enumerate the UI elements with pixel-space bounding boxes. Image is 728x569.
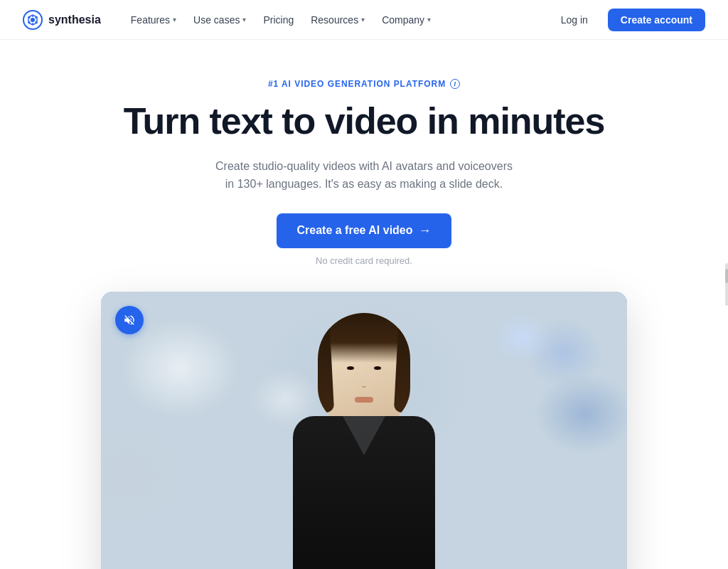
nav-resources[interactable]: Resources ▾: [304, 10, 372, 30]
create-account-button[interactable]: Create account: [608, 9, 705, 31]
scroll-indicator[interactable]: [725, 263, 728, 306]
video-thumbnail[interactable]: [101, 292, 627, 569]
nav-pricing[interactable]: Pricing: [256, 10, 301, 30]
avatar-eye-right: [374, 366, 381, 370]
avatar-eyes: [347, 366, 381, 370]
scroll-thumb: [725, 269, 728, 283]
cta-container: Create a free AI video → No credit card …: [0, 213, 728, 266]
navbar-right: Log in Create account: [550, 9, 705, 31]
resources-chevron-icon: ▾: [361, 16, 365, 23]
avatar-eye-left: [347, 366, 354, 370]
company-chevron-icon: ▾: [427, 16, 431, 23]
hero-section: #1 AI VIDEO GENERATION PLATFORM i Turn t…: [0, 40, 728, 280]
sound-button[interactable]: [115, 306, 144, 334]
hero-title: Turn text to video in minutes: [0, 100, 728, 143]
video-container: [101, 292, 627, 569]
cta-arrow-icon: →: [419, 223, 432, 238]
hero-subtitle: Create studio-quality videos with AI ava…: [215, 157, 513, 193]
avatar-body: [293, 416, 435, 569]
svg-marker-8: [343, 416, 385, 455]
avatar-vneck-svg: [293, 416, 435, 473]
avatar-figure: [250, 299, 478, 569]
logo[interactable]: synthesia: [23, 10, 101, 30]
use-cases-chevron-icon: ▾: [242, 16, 246, 23]
synthesia-logo-icon: [23, 10, 43, 30]
avatar-lips: [355, 397, 373, 403]
mute-icon: [123, 314, 136, 326]
navbar-left: synthesia Features ▾ Use cases ▾ Pricing…: [23, 10, 438, 30]
cta-label: Create a free AI video: [296, 224, 412, 237]
login-button[interactable]: Log in: [550, 9, 599, 31]
no-credit-card-text: No credit card required.: [0, 255, 728, 266]
cta-button[interactable]: Create a free AI video →: [277, 213, 451, 248]
nav-features[interactable]: Features ▾: [124, 10, 183, 30]
hero-badge: #1 AI VIDEO GENERATION PLATFORM i: [268, 79, 460, 89]
features-chevron-icon: ▾: [173, 16, 176, 23]
svg-point-1: [31, 18, 35, 22]
nav-company[interactable]: Company ▾: [375, 10, 438, 30]
logo-text: synthesia: [48, 14, 101, 26]
nav-links: Features ▾ Use cases ▾ Pricing Resources…: [124, 10, 438, 30]
navbar: synthesia Features ▾ Use cases ▾ Pricing…: [0, 0, 728, 40]
avatar-nose: [362, 381, 366, 388]
badge-info-icon: i: [450, 79, 460, 89]
avatar-head: [318, 313, 410, 427]
nav-use-cases[interactable]: Use cases ▾: [186, 10, 253, 30]
